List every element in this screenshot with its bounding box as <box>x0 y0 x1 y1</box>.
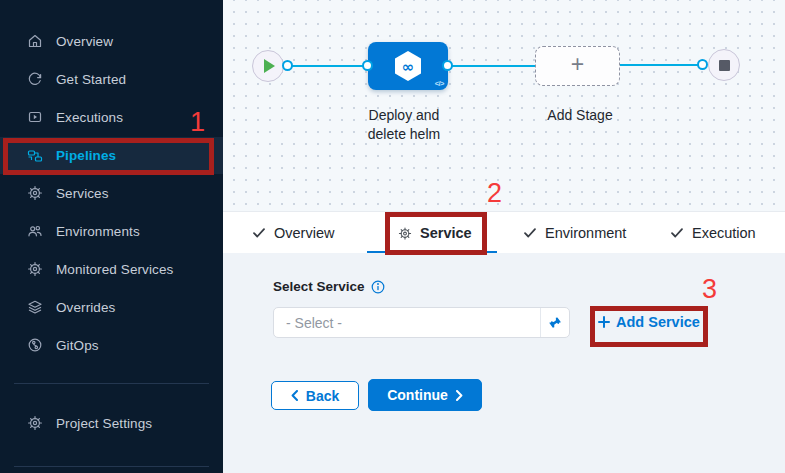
plus-icon <box>598 316 610 328</box>
check-icon <box>670 226 684 240</box>
sidebar-item-project-settings[interactable]: Project Settings <box>0 404 223 442</box>
pipeline-start-node[interactable] <box>252 50 284 82</box>
stage-node-right-port[interactable] <box>442 60 453 71</box>
gear-icon <box>27 185 43 201</box>
sidebar-item-label: Pipelines <box>56 148 116 163</box>
stage-node-left-port[interactable] <box>362 60 373 71</box>
stage-name-label: Deploy and delete helm <box>354 106 454 144</box>
pipelines-icon <box>27 148 43 164</box>
harness-cd-hexagon-icon <box>393 50 423 82</box>
pipeline-connector-line <box>620 64 703 66</box>
select-service-label: Select Service <box>273 279 365 294</box>
info-icon[interactable] <box>371 280 385 294</box>
sidebar-item-label: Get Started <box>56 72 126 87</box>
sidebar-item-label: Services <box>56 186 109 201</box>
tab-label: Overview <box>274 225 334 241</box>
gear-icon <box>398 226 412 240</box>
sidebar-item-gitops[interactable]: GitOps <box>0 326 223 364</box>
stage-config-tabbar: Overview Service Environment Execution <box>223 211 785 253</box>
sidebar-item-environments[interactable]: Environments <box>0 212 223 250</box>
add-stage-label: Add Stage <box>535 106 625 125</box>
continue-button[interactable]: Continue <box>368 379 482 411</box>
check-icon <box>252 226 266 240</box>
sidebar-item-get-started[interactable]: Get Started <box>0 60 223 98</box>
back-button-label: Back <box>306 388 339 404</box>
pipeline-connector-line <box>287 65 370 67</box>
monitored-gear-icon <box>27 261 43 277</box>
app-window: Overview Get Started Executions Pipeline… <box>0 0 785 473</box>
add-service-label: Add Service <box>616 314 700 330</box>
sidebar-divider <box>14 466 209 467</box>
add-stage-button[interactable]: + <box>535 46 620 86</box>
add-service-button[interactable]: Add Service <box>598 311 700 333</box>
sidebar-item-executions[interactable]: Executions <box>0 98 223 136</box>
layers-icon <box>27 299 43 315</box>
sidebar-item-services[interactable]: Services <box>0 174 223 212</box>
tab-overview[interactable]: Overview <box>252 212 334 254</box>
tab-label: Service <box>420 225 472 241</box>
check-icon <box>523 226 537 240</box>
tab-service[interactable]: Service <box>398 212 472 254</box>
sidebar-item-monitored-services[interactable]: Monitored Services <box>0 250 223 288</box>
play-box-icon <box>27 109 43 125</box>
end-node-port[interactable] <box>697 59 708 70</box>
settings-gear-icon <box>27 415 43 431</box>
stage-node-deploy-helm[interactable]: </> <box>368 42 448 90</box>
select-service-label-row: Select Service <box>273 279 385 294</box>
gitops-icon <box>27 337 43 353</box>
select-service-dropdown[interactable] <box>273 307 570 338</box>
stop-icon <box>719 60 730 71</box>
tab-execution[interactable]: Execution <box>670 212 756 254</box>
people-icon <box>27 223 43 239</box>
pipeline-end-node[interactable] <box>708 49 740 81</box>
chevron-left-icon <box>291 390 298 401</box>
tab-label: Execution <box>692 225 756 241</box>
start-node-port[interactable] <box>282 60 293 71</box>
plus-icon: + <box>571 53 584 76</box>
tab-label: Environment <box>545 225 626 241</box>
restart-circle-icon <box>27 71 43 87</box>
chevron-right-icon <box>456 390 463 401</box>
select-service-input[interactable] <box>274 308 540 337</box>
sidebar-item-label: Environments <box>56 224 140 239</box>
service-tab-panel: Select Service Add Service Back Continue <box>223 253 785 473</box>
tab-environment[interactable]: Environment <box>523 212 626 254</box>
pin-icon[interactable] <box>540 308 569 337</box>
sidebar-item-label: Monitored Services <box>56 262 173 277</box>
sidebar-item-overview[interactable]: Overview <box>0 22 223 60</box>
sidebar-item-label: Project Settings <box>56 416 152 431</box>
home-icon <box>27 33 43 49</box>
back-button[interactable]: Back <box>271 381 359 410</box>
pipeline-connector-line <box>448 65 536 67</box>
sidebar-item-label: GitOps <box>56 338 99 353</box>
sidebar-item-label: Overrides <box>56 300 115 315</box>
sidebar-item-label: Overview <box>56 34 113 49</box>
sidebar-item-pipelines[interactable]: Pipelines <box>0 137 223 174</box>
continue-button-label: Continue <box>387 387 448 403</box>
code-icon: </> <box>435 79 444 88</box>
sidebar-item-label: Executions <box>56 110 123 125</box>
sidebar-divider <box>14 383 209 384</box>
play-icon <box>264 59 275 73</box>
pipeline-canvas: </> + Deploy and delete helm Add Stage <box>223 0 785 211</box>
sidebar-item-overrides[interactable]: Overrides <box>0 288 223 326</box>
sidebar-nav: Overview Get Started Executions Pipeline… <box>0 0 223 473</box>
